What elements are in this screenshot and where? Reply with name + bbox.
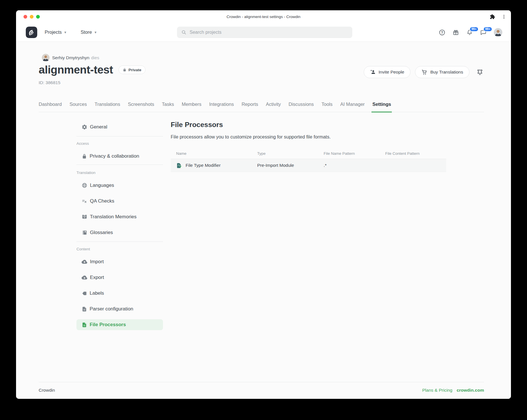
page-description: File processors allow you to customize p… xyxy=(171,134,331,140)
tab-tools[interactable]: Tools xyxy=(322,96,333,112)
sidebar-item-label: Parser configuration xyxy=(90,306,133,312)
open-book-icon xyxy=(82,214,87,220)
cloud-download-icon xyxy=(82,275,87,280)
projects-menu-label: Projects xyxy=(45,29,62,35)
page-title: File Processors xyxy=(171,121,223,129)
cart-icon xyxy=(421,69,427,75)
sidebar-item-labels[interactable]: Labels xyxy=(76,288,163,299)
tab-ai-manager[interactable]: AI Manager xyxy=(340,96,365,112)
table-row[interactable]: File Type Modifier Pre-Import Module .* xyxy=(171,159,446,172)
minimize-window-button[interactable] xyxy=(30,15,34,19)
sidebar-item-languages[interactable]: Languages xyxy=(76,180,163,191)
sidebar-item-file-processors[interactable]: File Processors xyxy=(76,319,163,330)
browser-tab-title: Crowdin - alignment-test settings - Crow… xyxy=(227,15,300,19)
close-window-button[interactable] xyxy=(23,15,27,19)
puzzle-icon[interactable] xyxy=(490,14,495,19)
cell-name: File Type Modifier xyxy=(171,163,252,169)
sidebar-item-export[interactable]: Export xyxy=(76,272,163,283)
owner-avatar xyxy=(42,54,50,62)
tab-reports[interactable]: Reports xyxy=(241,96,258,112)
sidebar-divider xyxy=(76,241,163,242)
crowdin-logo[interactable] xyxy=(26,27,37,38)
project-owner-row: Serhiy Dmytryshyn dies xyxy=(42,54,99,62)
glossaries-icon xyxy=(82,230,87,235)
tab-settings[interactable]: Settings xyxy=(372,96,391,112)
person-add-icon xyxy=(370,69,376,75)
sidebar-item-label: Translation Memories xyxy=(90,214,137,220)
tab-screenshots[interactable]: Screenshots xyxy=(128,96,154,112)
sidebar-divider xyxy=(76,165,163,165)
traffic-lights xyxy=(23,10,40,23)
sidebar-item-general[interactable]: General xyxy=(76,122,163,132)
store-menu[interactable]: Store ▼ xyxy=(81,29,97,35)
tab-members[interactable]: Members xyxy=(182,96,201,112)
crowdin-com-link[interactable]: crowdin.com xyxy=(457,388,484,393)
cloud-upload-icon xyxy=(82,259,87,265)
privacy-badge-label: Private xyxy=(129,68,141,72)
document-icon xyxy=(82,306,87,312)
footer-divider xyxy=(39,382,484,382)
owner-suffix: dies xyxy=(91,55,99,60)
lock-icon xyxy=(123,68,127,72)
column-header-name: Name xyxy=(171,151,252,156)
tab-tasks[interactable]: Tasks xyxy=(162,96,174,112)
messages-icon[interactable]: 99+ xyxy=(480,29,487,36)
project-notifications-bell-icon[interactable] xyxy=(476,69,483,76)
lock-icon xyxy=(82,154,87,159)
column-header-type: Type xyxy=(252,151,318,156)
sidebar-item-translation-memories[interactable]: Translation Memories xyxy=(76,211,163,222)
tab-translations[interactable]: Translations xyxy=(95,96,120,112)
chevron-down-icon: ▼ xyxy=(94,31,97,34)
tab-dashboard[interactable]: Dashboard xyxy=(39,96,62,112)
buy-translations-button[interactable]: Buy Translations xyxy=(415,66,469,78)
sidebar-item-label: Import xyxy=(90,259,104,265)
settings-page: Serhiy Dmytryshyn dies alignment-test Pr… xyxy=(16,42,511,399)
user-avatar[interactable] xyxy=(494,28,502,37)
kebab-menu-icon[interactable] xyxy=(502,14,506,19)
search-projects-box[interactable] xyxy=(177,27,352,38)
app-navbar: Projects ▼ Store ▼ ? xyxy=(16,23,511,42)
table-header: Name Type File Name Pattern File Content… xyxy=(171,148,446,159)
column-header-file-content-pattern: File Content Pattern xyxy=(380,151,446,156)
sidebar-item-qa-checks[interactable]: QA Checks xyxy=(76,196,163,207)
bell-icon[interactable]: 99+ xyxy=(466,29,473,36)
sidebar-section-access: Access xyxy=(76,141,163,146)
browser-controls xyxy=(490,10,506,23)
tab-activity[interactable]: Activity xyxy=(266,96,281,112)
file-type-modifier-icon xyxy=(176,163,182,169)
nav-right-icons: ? 99+ 99+ xyxy=(439,23,502,42)
sidebar-item-parser-configuration[interactable]: Parser configuration xyxy=(76,304,163,314)
project-id: ID: 386815 xyxy=(39,80,60,85)
sidebar-item-label: Labels xyxy=(90,290,104,296)
browser-window: Crowdin - alignment-test settings - Crow… xyxy=(16,10,511,399)
plans-pricing-link[interactable]: Plans & Pricing xyxy=(422,388,452,393)
messages-badge: 99+ xyxy=(483,27,492,32)
project-tabs: Dashboard Sources Translations Screensho… xyxy=(39,96,484,112)
sidebar-section-content: Content xyxy=(76,247,163,251)
owner-name[interactable]: Serhiy Dmytryshyn xyxy=(52,55,89,60)
help-icon[interactable]: ? xyxy=(439,29,445,36)
browser-titlebar: Crowdin - alignment-test settings - Crow… xyxy=(16,10,511,23)
tab-discussions[interactable]: Discussions xyxy=(288,96,314,112)
header-actions: Invite People Buy Translations xyxy=(364,66,483,78)
tab-sources[interactable]: Sources xyxy=(70,96,87,112)
invite-people-label: Invite People xyxy=(379,70,404,75)
cell-type: Pre-Import Module xyxy=(252,163,318,168)
invite-people-button[interactable]: Invite People xyxy=(364,66,411,78)
sidebar-item-label: Languages xyxy=(90,183,114,188)
sidebar-item-import[interactable]: Import xyxy=(76,256,163,267)
tab-integrations[interactable]: Integrations xyxy=(209,96,234,112)
search-input[interactable] xyxy=(190,30,348,35)
sidebar-divider xyxy=(76,136,163,136)
tag-icon xyxy=(82,291,87,296)
sidebar-item-label: QA Checks xyxy=(90,198,114,204)
privacy-badge: Private xyxy=(119,66,145,74)
settings-sidebar: General Access Privacy & collaboration T… xyxy=(76,122,163,330)
sidebar-item-glossaries[interactable]: Glossaries xyxy=(76,227,163,238)
zoom-window-button[interactable] xyxy=(36,15,40,19)
gift-icon[interactable] xyxy=(453,29,459,36)
document-icon xyxy=(82,322,87,328)
project-title: alignment-test xyxy=(39,64,113,76)
sidebar-item-privacy-collaboration[interactable]: Privacy & collaboration xyxy=(76,151,163,162)
projects-menu[interactable]: Projects ▼ xyxy=(45,29,67,35)
